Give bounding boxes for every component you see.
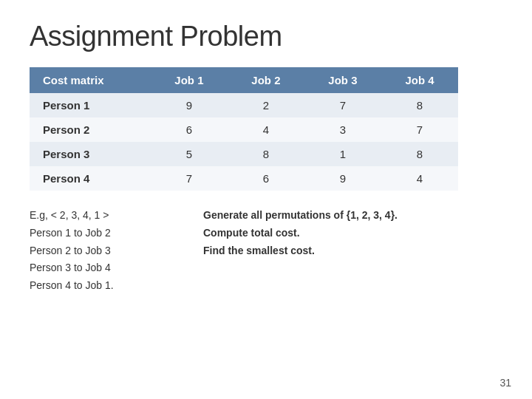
example-line-2: Person 1 to Job 2 [30,225,174,242]
cell-value: 7 [151,166,228,191]
example-line-5: Person 4 to Job 1. [30,277,174,295]
page-number: 31 [499,377,511,389]
cell-value: 4 [228,117,304,142]
cell-value: 8 [228,142,304,166]
cell-value: 9 [151,93,228,117]
table-container: Cost matrix Job 1 Job 2 Job 3 Job 4 Pers… [0,67,532,191]
example-line-4: Person 3 to Job 4 [30,259,174,277]
page-title: Assignment Problem [0,0,532,67]
cell-value: 6 [228,166,304,191]
cell-value: 9 [304,166,381,191]
cell-value: 7 [304,93,381,117]
table-row: Person 47694 [30,166,458,191]
table-row: Person 35818 [30,142,458,166]
desc-line-2: Compute total cost. [203,225,398,242]
cell-value: 2 [228,93,304,117]
cost-matrix-table: Cost matrix Job 1 Job 2 Job 3 Job 4 Pers… [30,67,458,191]
row-label: Person 4 [30,166,151,191]
row-label: Person 3 [30,142,151,166]
cell-value: 8 [381,142,458,166]
col-header-cost-matrix: Cost matrix [30,67,151,93]
table-row: Person 19278 [30,93,458,117]
col-header-job3: Job 3 [304,67,381,93]
desc-line-3: Find the smallest cost. [203,242,398,260]
cell-value: 1 [304,142,381,166]
row-label: Person 1 [30,93,151,117]
bottom-section: E.g, < 2, 3, 4, 1 > Person 1 to Job 2 Pe… [0,207,532,295]
row-label: Person 2 [30,117,151,142]
cell-value: 3 [304,117,381,142]
example-line-1: E.g, < 2, 3, 4, 1 > [30,207,174,225]
desc-line-1: Generate all permutations of {1, 2, 3, 4… [203,207,398,225]
description-block: Generate all permutations of {1, 2, 3, 4… [203,207,398,259]
col-header-job1: Job 1 [151,67,228,93]
cell-value: 4 [381,166,458,191]
example-block: E.g, < 2, 3, 4, 1 > Person 1 to Job 2 Pe… [30,207,174,295]
cell-value: 7 [381,117,458,142]
table-row: Person 26437 [30,117,458,142]
col-header-job4: Job 4 [381,67,458,93]
cell-value: 6 [151,117,228,142]
example-line-3: Person 2 to Job 3 [30,242,174,260]
cell-value: 5 [151,142,228,166]
col-header-job2: Job 2 [228,67,304,93]
cell-value: 8 [381,93,458,117]
